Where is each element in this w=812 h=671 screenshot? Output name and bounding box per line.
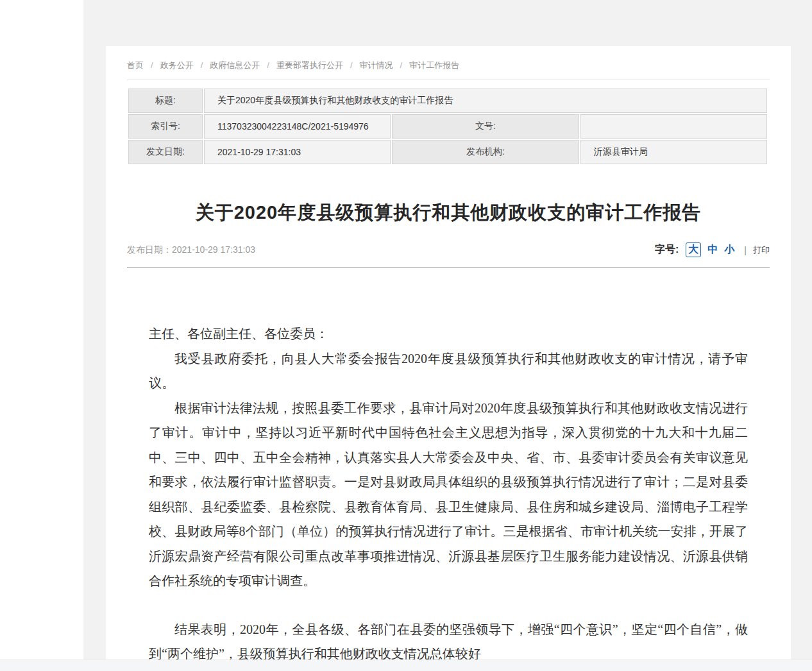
title-value: 关于2020年度县级预算执行和其他财政收支的审计工作报告 bbox=[204, 89, 767, 113]
breadcrumb-separator: / bbox=[151, 60, 153, 70]
article-body: 主任、各位副主任、各位委员：我受县政府委托，向县人大常委会报告2020年度县级预… bbox=[149, 321, 748, 659]
article-paragraph: 主任、各位副主任、各位委员： bbox=[149, 321, 748, 346]
article-meta-bar: 发布日期：2021-10-29 17:31:03 字号: 大 中 小 | 打印 bbox=[127, 242, 770, 268]
breadcrumb-separator: / bbox=[350, 60, 353, 70]
publish-date-value: 2021-10-29 17:31:03 bbox=[172, 244, 255, 255]
breadcrumb-item[interactable]: 政务公开 bbox=[160, 60, 194, 70]
doc-number-value bbox=[580, 114, 767, 139]
article-paragraph: 根据审计法律法规，按照县委工作要求，县审计局对2020年度县级预算执行和其他财政… bbox=[149, 396, 748, 593]
publish-date-label: 发布日期： bbox=[127, 244, 172, 255]
issue-date-label: 发文日期: bbox=[128, 140, 203, 164]
document-meta-table: 标题: 关于2020年度县级预算执行和其他财政收支的审计工作报告 索引号: 11… bbox=[127, 87, 768, 166]
breadcrumb-item[interactable]: 重要部署执行公开 bbox=[276, 60, 343, 70]
article-paragraph: 我受县政府委托，向县人大常委会报告2020年度县级预算执行和其他财政收支的审计情… bbox=[149, 346, 748, 396]
agency-value: 沂源县审计局 bbox=[580, 140, 767, 164]
breadcrumb-item[interactable]: 审计工作报告 bbox=[409, 60, 459, 70]
font-size-medium-button[interactable]: 中 bbox=[707, 243, 718, 257]
breadcrumb-separator: / bbox=[400, 60, 403, 70]
font-size-small-button[interactable]: 小 bbox=[724, 243, 734, 257]
breadcrumb-item[interactable]: 首页 bbox=[127, 60, 144, 70]
font-size-label: 字号: bbox=[655, 243, 679, 257]
table-row: 发文日期: 2021-10-29 17:31:03 发布机构: 沂源县审计局 bbox=[128, 140, 767, 164]
breadcrumb-separator: / bbox=[201, 60, 203, 70]
article-tools: 字号: 大 中 小 | 打印 bbox=[655, 242, 770, 257]
index-number-label: 索引号: bbox=[128, 114, 203, 139]
page-title: 关于2020年度县级预算执行和其他财政收支的审计工作报告 bbox=[128, 200, 769, 226]
table-row: 标题: 关于2020年度县级预算执行和其他财政收支的审计工作报告 bbox=[128, 89, 767, 113]
footer-strip bbox=[0, 659, 812, 671]
index-number-value: 11370323004223148C/2021-5194976 bbox=[204, 114, 391, 139]
title-label: 标题: bbox=[128, 89, 203, 113]
breadcrumb-item[interactable]: 政府信息公开 bbox=[210, 60, 260, 70]
issue-date-value: 2021-10-29 17:31:03 bbox=[204, 140, 391, 164]
doc-number-label: 文号: bbox=[392, 114, 579, 139]
tools-divider: | bbox=[744, 245, 747, 255]
publish-date: 发布日期：2021-10-29 17:31:03 bbox=[127, 244, 255, 256]
article-paragraph: 结果表明，2020年，全县各级、各部门在县委的坚强领导下，增强“四个意识”，坚定… bbox=[149, 617, 748, 660]
agency-label: 发布机构: bbox=[392, 140, 579, 164]
breadcrumb-item[interactable]: 审计情况 bbox=[360, 60, 393, 70]
breadcrumb-separator: / bbox=[267, 60, 269, 70]
table-row: 索引号: 11370323004223148C/2021-5194976 文号: bbox=[128, 114, 767, 139]
breadcrumb: 首页/政务公开/政府信息公开/重要部署执行公开/审计情况/审计工作报告 bbox=[127, 46, 770, 80]
font-size-large-button[interactable]: 大 bbox=[686, 242, 701, 257]
content-card: 首页/政务公开/政府信息公开/重要部署执行公开/审计情况/审计工作报告 标题: … bbox=[106, 46, 791, 659]
print-button[interactable]: 打印 bbox=[753, 244, 770, 256]
